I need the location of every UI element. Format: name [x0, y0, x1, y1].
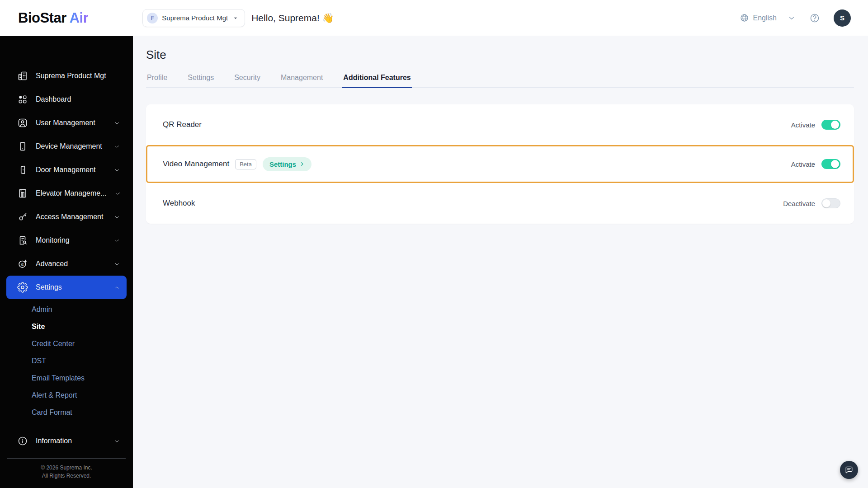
sidebar-subitem-site[interactable]: Site: [0, 318, 133, 335]
video-management-settings-button[interactable]: Settings: [263, 157, 311, 171]
device-icon: [17, 141, 28, 152]
chevron-down-icon: [113, 438, 120, 445]
app-logo: BioStar Air: [18, 10, 88, 26]
page-title: Site: [146, 48, 854, 62]
chevron-down-icon: [113, 261, 120, 267]
chevron-down-icon: [113, 167, 120, 174]
feature-row-video-management: Video ManagementBetaSettingsActivate: [146, 145, 854, 183]
tab-additional-features[interactable]: Additional Features: [342, 69, 411, 88]
sidebar-item-device-management[interactable]: Device Management: [0, 135, 133, 158]
sidebar-item-label: User Management: [36, 119, 95, 127]
monitoring-icon: [17, 235, 28, 246]
site-selector-dropdown[interactable]: F Suprema Product Mgt: [142, 9, 245, 27]
settings-button-label: Settings: [269, 160, 296, 168]
globe-icon: [740, 13, 749, 23]
chevron-down-icon: [114, 190, 121, 197]
chevron-down-icon: [113, 214, 120, 221]
logo-biostar-text: BioStar: [18, 10, 66, 26]
feature-name: Webhook: [163, 199, 195, 208]
sidebar-submenu: AdminSiteCredit CenterDSTEmail Templates…: [0, 299, 133, 421]
chevron-up-icon: [113, 284, 120, 291]
sidebar-subitem-card-format[interactable]: Card Format: [0, 404, 133, 421]
chevron-down-icon: [113, 143, 120, 150]
chevron-right-icon: [299, 161, 305, 167]
toggle-knob: [822, 199, 830, 207]
qr-reader-toggle[interactable]: [821, 120, 840, 130]
feature-row-webhook: WebhookDeactivate: [146, 183, 854, 224]
toggle-knob: [831, 160, 839, 168]
feature-controls: Activate: [791, 159, 840, 169]
greeting-text: Hello, Suprema! 👋: [251, 13, 334, 23]
building-icon: [17, 70, 28, 81]
toggle-state-label: Deactivate: [783, 200, 815, 207]
chat-bubble-icon: [844, 465, 854, 474]
video-management-toggle[interactable]: [821, 159, 840, 169]
feature-controls: Activate: [791, 120, 840, 130]
sidebar-item-suprema-product-mgt[interactable]: Suprema Product Mgt: [0, 64, 133, 88]
webhook-toggle[interactable]: [821, 198, 840, 208]
tab-profile[interactable]: Profile: [146, 69, 168, 88]
sidebar-item-advanced[interactable]: αAdvanced: [0, 252, 133, 276]
chat-support-button[interactable]: [840, 461, 858, 479]
sidebar: Suprema Product MgtDashboardUser Managem…: [0, 36, 133, 488]
tab-settings[interactable]: Settings: [187, 69, 215, 88]
beta-badge: Beta: [235, 159, 256, 169]
sidebar-item-label: Elevator Manageme...: [36, 189, 107, 197]
tab-management[interactable]: Management: [280, 69, 324, 88]
sidebar-subitem-credit-center[interactable]: Credit Center: [0, 335, 133, 352]
sidebar-item-label: Information: [36, 437, 72, 445]
gear-icon: [17, 282, 28, 293]
sidebar-item-label: Access Management: [36, 213, 103, 221]
sidebar-item-door-management[interactable]: Door Management: [0, 158, 133, 182]
key-icon: [17, 211, 28, 222]
sidebar-item-user-management[interactable]: User Management: [0, 111, 133, 135]
sidebar-item-label: Door Management: [36, 166, 96, 174]
dashboard-icon: [17, 94, 28, 105]
chevron-down-icon[interactable]: [788, 14, 796, 22]
sidebar-item-information[interactable]: Information: [0, 429, 133, 453]
sidebar-subitem-admin[interactable]: Admin: [0, 301, 133, 318]
sidebar-subitem-email-templates[interactable]: Email Templates: [0, 370, 133, 387]
sidebar-item-monitoring[interactable]: Monitoring: [0, 229, 133, 252]
chevron-down-icon: [113, 120, 120, 127]
logo-air-text: Air: [70, 10, 89, 26]
toggle-knob: [831, 121, 839, 129]
language-selector[interactable]: English: [740, 13, 777, 23]
caret-down-icon: [232, 14, 239, 22]
sidebar-item-label: Device Management: [36, 142, 102, 150]
chevron-down-icon: [113, 237, 120, 244]
copyright-line2: All Rights Reserved.: [5, 472, 128, 480]
help-icon[interactable]: [809, 13, 820, 23]
toggle-state-label: Activate: [791, 160, 815, 168]
sidebar-item-access-management[interactable]: Access Management: [0, 205, 133, 229]
language-label: English: [753, 14, 777, 22]
header-actions: English S: [740, 9, 851, 27]
toggle-state-label: Activate: [791, 121, 815, 129]
elevator-icon: [17, 188, 28, 199]
door-icon: [17, 164, 28, 175]
sidebar-subitem-dst[interactable]: DST: [0, 352, 133, 370]
info-icon: [17, 436, 28, 446]
sidebar-item-label: Settings: [36, 283, 62, 291]
sidebar-item-elevator-manageme[interactable]: Elevator Manageme...: [0, 182, 133, 205]
feature-controls: Deactivate: [783, 198, 840, 208]
user-avatar[interactable]: S: [834, 9, 851, 27]
svg-text:α: α: [21, 262, 24, 267]
sidebar-subitem-alert-report[interactable]: Alert & Report: [0, 387, 133, 404]
tab-bar: ProfileSettingsSecurityManagementAdditio…: [146, 69, 854, 88]
main-content: Site ProfileSettingsSecurityManagementAd…: [133, 36, 868, 488]
feature-name: QR Reader: [163, 120, 202, 129]
sidebar-item-dashboard[interactable]: Dashboard: [0, 88, 133, 111]
feature-list: QR ReaderActivateVideo ManagementBetaSet…: [146, 104, 854, 224]
site-initial-badge: F: [147, 13, 158, 23]
advanced-icon: α: [17, 258, 28, 269]
sidebar-item-label: Advanced: [36, 260, 68, 268]
sidebar-item-label: Suprema Product Mgt: [36, 72, 106, 80]
site-selector-label: Suprema Product Mgt: [162, 14, 228, 22]
user-icon: [17, 117, 28, 128]
feature-row-qr-reader: QR ReaderActivate: [146, 104, 854, 145]
top-header: BioStar Air F Suprema Product Mgt Hello,…: [0, 0, 868, 36]
sidebar-item-label: Dashboard: [36, 95, 71, 103]
tab-security[interactable]: Security: [233, 69, 261, 88]
sidebar-item-settings[interactable]: Settings: [6, 276, 127, 299]
